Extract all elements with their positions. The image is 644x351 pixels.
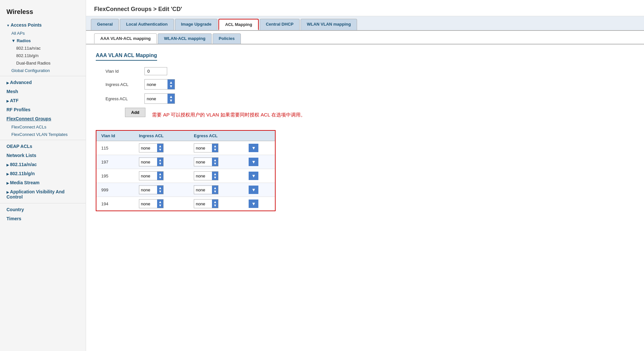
- sidebar-item-dual-band[interactable]: Dual-Band Radios: [0, 59, 86, 67]
- sidebar-item-app-visibility[interactable]: Application Visibility And Control: [0, 187, 86, 201]
- sidebar-item-80211bgn-main[interactable]: 802.11b/g/n: [0, 169, 86, 178]
- ingress-select-wrapper: noneacl1acl2 ▲▼: [139, 171, 164, 180]
- egress-select-wrapper: noneacl1acl2 ▲▼: [194, 171, 218, 180]
- tab-image-upgrade[interactable]: Image Upgrade: [175, 19, 218, 30]
- main-layout: Wireless Access Points All APs ▼ Radios …: [0, 0, 644, 351]
- ingress-row-arrow-btn[interactable]: ▲▼: [157, 186, 163, 194]
- row-delete-btn[interactable]: ▼: [249, 144, 258, 152]
- egress-acl-select[interactable]: none acl1 acl2: [145, 95, 167, 103]
- cell-row-action: ▼: [244, 141, 275, 155]
- ingress-acl-row-select[interactable]: noneacl1acl2: [139, 145, 157, 151]
- tab-wlan-acl[interactable]: WLAN-ACL mapping: [158, 33, 212, 44]
- ingress-acl-select-wrapper: none acl1 acl2 ▲▼: [144, 79, 175, 90]
- row-delete-btn[interactable]: ▼: [249, 186, 258, 194]
- egress-acl-row-select[interactable]: noneacl1acl2: [194, 173, 212, 179]
- vlan-id-input[interactable]: [144, 67, 167, 75]
- egress-acl-row-select[interactable]: noneacl1acl2: [194, 187, 212, 193]
- egress-acl-row-select[interactable]: noneacl1acl2: [194, 159, 212, 165]
- sidebar-item-80211anac[interactable]: 802.11a/n/ac: [0, 44, 86, 52]
- cell-egress-acl: noneacl1acl2 ▲▼: [189, 155, 244, 169]
- cell-row-action: ▼: [244, 183, 275, 197]
- tab-local-auth[interactable]: Local Authentication: [120, 19, 174, 30]
- annotation-text: 需要 AP 可以授权用户的 VLAN 如果需要同时授权 ACL 在选项中调用。: [152, 112, 305, 118]
- sidebar-item-80211anac-main[interactable]: 802.11a/n/ac: [0, 160, 86, 169]
- sidebar-item-country[interactable]: Country: [0, 205, 86, 214]
- egress-select-wrapper: noneacl1acl2 ▲▼: [194, 185, 218, 194]
- sidebar-item-network-lists[interactable]: Network Lists: [0, 151, 86, 160]
- mapping-table-wrapper: Vlan Id Ingress ACL Egress ACL 115 nonea…: [96, 130, 276, 211]
- egress-row-arrow-btn[interactable]: ▲▼: [212, 186, 218, 194]
- egress-row-arrow-btn[interactable]: ▲▼: [212, 172, 218, 180]
- egress-row-arrow-btn[interactable]: ▲▼: [212, 200, 218, 208]
- col-header-egress: Egress ACL: [189, 131, 244, 141]
- page-header: FlexConnect Groups > Edit 'CD': [86, 0, 644, 16]
- tab-acl-mapping[interactable]: ACL Mapping: [218, 19, 259, 30]
- sidebar-item-global-config[interactable]: Global Configuration: [0, 67, 86, 74]
- tab-wlan-vlan[interactable]: WLAN VLAN mapping: [301, 19, 357, 30]
- egress-acl-arrow-btn[interactable]: ▲▼: [167, 94, 175, 103]
- sidebar-item-flexconnect-groups[interactable]: FlexConnect Groups: [0, 114, 86, 123]
- row-delete-btn[interactable]: ▼: [249, 158, 258, 166]
- sidebar: Wireless Access Points All APs ▼ Radios …: [0, 0, 86, 351]
- cell-row-action: ▼: [244, 169, 275, 183]
- ingress-acl-row-select[interactable]: noneacl1acl2: [139, 173, 157, 179]
- section-title: AAA VLAN ACL Mapping: [96, 53, 157, 61]
- sidebar-item-media-stream[interactable]: Media Stream: [0, 178, 86, 187]
- sidebar-item-advanced[interactable]: Advanced: [0, 78, 86, 87]
- sidebar-item-mesh[interactable]: Mesh: [0, 87, 86, 96]
- tab-general[interactable]: General: [91, 19, 119, 30]
- egress-row-arrow-btn[interactable]: ▲▼: [212, 158, 218, 166]
- cell-row-action: ▼: [244, 197, 275, 211]
- ingress-row-arrow-btn[interactable]: ▲▼: [157, 172, 163, 180]
- ingress-select-wrapper: noneacl1acl2 ▲▼: [139, 143, 164, 152]
- vlan-id-label: Vlan Id: [105, 69, 144, 74]
- row-delete-btn[interactable]: ▼: [249, 172, 258, 180]
- ingress-acl-select[interactable]: none acl1 acl2: [145, 81, 167, 88]
- sidebar-item-all-aps[interactable]: All APs: [0, 30, 86, 37]
- divider2: [0, 140, 86, 140]
- sidebar-item-rf-profiles[interactable]: RF Profiles: [0, 105, 86, 114]
- cell-vlan-id: 195: [96, 169, 134, 183]
- ingress-acl-row-select[interactable]: noneacl1acl2: [139, 159, 157, 165]
- row-delete-btn[interactable]: ▼: [249, 200, 258, 208]
- sidebar-item-80211bgn[interactable]: 802.11b/g/n: [0, 52, 86, 59]
- ingress-acl-row-select[interactable]: noneacl1acl2: [139, 187, 157, 193]
- cell-ingress-acl: noneacl1acl2 ▲▼: [134, 155, 189, 169]
- table-row: 194 noneacl1acl2 ▲▼ noneacl1acl2 ▲▼ ▼: [96, 197, 275, 211]
- add-button[interactable]: Add: [125, 108, 145, 117]
- sidebar-item-oeap-acls[interactable]: OEAP ACLs: [0, 142, 86, 151]
- mapping-table: Vlan Id Ingress ACL Egress ACL 115 nonea…: [96, 131, 275, 211]
- tab-central-dhcp[interactable]: Central DHCP: [260, 19, 300, 30]
- ingress-row-arrow-btn[interactable]: ▲▼: [157, 200, 163, 208]
- cell-ingress-acl: noneacl1acl2 ▲▼: [134, 183, 189, 197]
- egress-row-arrow-btn[interactable]: ▲▼: [212, 144, 218, 152]
- cell-egress-acl: noneacl1acl2 ▲▼: [189, 183, 244, 197]
- secondary-tab-bar: AAA VLAN-ACL mapping WLAN-ACL mapping Po…: [86, 31, 644, 44]
- sidebar-item-flexconnect-vlan[interactable]: FlexConnect VLAN Templates: [0, 131, 86, 138]
- tab-aaa-vlan-acl[interactable]: AAA VLAN-ACL mapping: [94, 33, 157, 44]
- vlan-id-row: Vlan Id: [96, 67, 634, 75]
- sidebar-item-flexconnect-acls[interactable]: FlexConnect ACLs: [0, 123, 86, 131]
- col-header-action: [244, 131, 275, 141]
- table-row: 115 noneacl1acl2 ▲▼ noneacl1acl2 ▲▼ ▼: [96, 141, 275, 155]
- sidebar-item-radios[interactable]: ▼ Radios: [0, 37, 86, 44]
- cell-egress-acl: noneacl1acl2 ▲▼: [189, 141, 244, 155]
- cell-egress-acl: noneacl1acl2 ▲▼: [189, 197, 244, 211]
- app-container: Wireless Access Points All APs ▼ Radios …: [0, 0, 644, 351]
- cell-vlan-id: 194: [96, 197, 134, 211]
- page-title: FlexConnect Groups > Edit 'CD': [94, 6, 636, 13]
- ingress-acl-row-select[interactable]: noneacl1acl2: [139, 200, 157, 207]
- egress-acl-row-select[interactable]: noneacl1acl2: [194, 145, 212, 151]
- ingress-row-arrow-btn[interactable]: ▲▼: [157, 144, 163, 152]
- ingress-acl-arrow-btn[interactable]: ▲▼: [167, 79, 175, 89]
- egress-acl-row-select[interactable]: noneacl1acl2: [194, 200, 212, 207]
- sidebar-item-timers[interactable]: Timers: [0, 214, 86, 223]
- ingress-row-arrow-btn[interactable]: ▲▼: [157, 158, 163, 166]
- sidebar-item-atf[interactable]: ATF: [0, 96, 86, 105]
- cell-vlan-id: 999: [96, 183, 134, 197]
- egress-select-wrapper: noneacl1acl2 ▲▼: [194, 143, 218, 152]
- table-row: 999 noneacl1acl2 ▲▼ noneacl1acl2 ▲▼ ▼: [96, 183, 275, 197]
- tab-policies[interactable]: Policies: [213, 33, 241, 44]
- egress-acl-label: Egress ACL: [105, 96, 144, 101]
- sidebar-item-access-points[interactable]: Access Points: [0, 20, 86, 30]
